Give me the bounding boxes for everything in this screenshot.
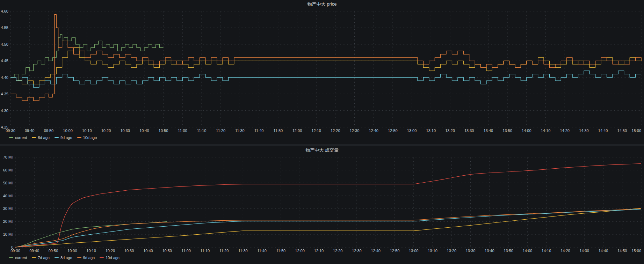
x-tick-label: 13:40	[485, 249, 494, 253]
x-tick-label: 11:40	[254, 129, 264, 133]
x-tick-label: 09:30	[10, 249, 20, 253]
x-tick-label: 14:20	[560, 249, 570, 253]
series-line-7d-ago	[15, 208, 641, 247]
y-tick-label: 60 Mil	[3, 168, 13, 172]
legend-label: 7d ago	[38, 256, 50, 260]
series-line-9d-ago	[15, 208, 641, 247]
x-tick-label: 10:50	[159, 129, 168, 133]
x-tick-label: 12:00	[295, 249, 305, 253]
x-tick-label: 12:30	[350, 129, 360, 133]
y-tick-label: 4.50	[1, 42, 8, 46]
price-legend: current8d ago9d ago10d ago	[0, 133, 644, 144]
x-tick-label: 10:40	[143, 249, 153, 253]
y-tick-label: 4.45	[1, 59, 8, 63]
x-tick-label: 14:40	[598, 129, 608, 133]
x-tick-label: 11:20	[219, 249, 229, 253]
legend-item-9d-ago[interactable]: 9d ago	[77, 256, 95, 260]
legend-item-current[interactable]: current	[9, 135, 27, 140]
legend-label: current	[15, 135, 27, 140]
x-tick-label: 15:00	[631, 129, 641, 133]
x-tick-label: 14:30	[579, 129, 589, 133]
legend-item-8d-ago[interactable]: 8d ago	[55, 256, 72, 260]
legend-series-color-icon	[32, 257, 36, 258]
series-line-10d-ago	[15, 163, 641, 247]
legend-label: 9d ago	[60, 135, 72, 140]
x-tick-label: 10:10	[82, 129, 92, 133]
legend-label: 10d ago	[106, 256, 120, 260]
x-tick-label: 11:30	[238, 249, 248, 253]
x-tick-label: 13:20	[447, 249, 457, 253]
x-tick-label: 11:50	[276, 249, 285, 253]
x-tick-label: 12:50	[388, 129, 398, 133]
x-tick-label: 10:30	[120, 129, 130, 133]
legend-label: 9d ago	[83, 256, 95, 260]
legend-series-color-icon	[77, 137, 81, 138]
legend-series-color-icon	[9, 257, 13, 258]
x-tick-label: 14:50	[617, 249, 627, 253]
legend-label: 8d ago	[38, 135, 50, 140]
axis-tick-labels: 010 Mil20 Mil30 Mil40 Mil50 Mil60 Mil70 …	[3, 155, 641, 253]
x-tick-label: 12:30	[352, 249, 362, 253]
x-tick-label: 10:50	[162, 249, 172, 253]
x-tick-label: 10:40	[139, 129, 149, 133]
x-tick-label: 11:50	[273, 129, 283, 133]
legend-label: 10d ago	[83, 135, 97, 140]
x-tick-label: 10:20	[106, 249, 115, 253]
y-tick-label: 4.30	[1, 109, 8, 113]
panel-price: 物产中大 price 4.254.304.354.404.454.504.554…	[0, 0, 644, 144]
legend-series-color-icon	[100, 257, 104, 258]
series-line-9d-ago	[10, 71, 641, 88]
legend-item-current[interactable]: current	[9, 256, 27, 260]
x-tick-label: 10:00	[63, 129, 73, 133]
legend-series-color-icon	[9, 137, 13, 138]
legend-item-10d-ago[interactable]: 10d ago	[100, 256, 120, 260]
legend-item-10d-ago[interactable]: 10d ago	[77, 135, 97, 140]
x-tick-label: 13:10	[426, 129, 436, 133]
x-tick-label: 12:10	[314, 249, 324, 253]
series-line-8d-ago	[10, 47, 641, 84]
y-tick-label: 4.35	[1, 92, 8, 96]
legend-item-9d-ago[interactable]: 9d ago	[55, 135, 72, 140]
series-lines	[15, 163, 641, 247]
x-tick-label: 11:30	[235, 129, 245, 133]
x-tick-label: 10:10	[86, 249, 96, 253]
x-tick-label: 12:00	[292, 129, 302, 133]
x-tick-label: 11:10	[200, 249, 210, 253]
x-tick-label: 12:40	[371, 249, 381, 253]
grid-lines	[10, 11, 641, 127]
x-tick-label: 11:00	[178, 129, 187, 133]
x-tick-label: 13:30	[466, 249, 476, 253]
y-tick-label: 4.40	[1, 75, 8, 80]
price-chart[interactable]: 4.254.304.354.404.454.504.554.6009:3009:…	[0, 8, 644, 133]
x-tick-label: 10:20	[101, 129, 111, 133]
x-tick-label: 12:40	[369, 129, 378, 133]
x-tick-label: 14:20	[560, 129, 570, 133]
volume-legend: current7d ago8d ago9d ago10d ago	[0, 254, 644, 264]
volume-chart[interactable]: 010 Mil20 Mil30 Mil40 Mil50 Mil60 Mil70 …	[0, 154, 644, 254]
x-tick-label: 13:50	[502, 129, 512, 133]
x-tick-label: 11:20	[216, 129, 225, 133]
x-tick-label: 12:10	[311, 129, 321, 133]
panel-volume: 物产中大 成交量 010 Mil20 Mil30 Mil40 Mil50 Mil…	[0, 146, 644, 264]
y-tick-label: 20 Mil	[3, 219, 13, 223]
legend-series-color-icon	[32, 137, 36, 138]
legend-item-8d-ago[interactable]: 8d ago	[32, 135, 50, 140]
panel-title-volume[interactable]: 物产中大 成交量	[0, 146, 644, 154]
legend-item-7d-ago[interactable]: 7d ago	[32, 256, 50, 260]
x-tick-label: 11:40	[257, 249, 267, 253]
panel-title-price[interactable]: 物产中大 price	[0, 0, 644, 8]
x-tick-label: 13:20	[445, 129, 455, 133]
x-tick-label: 14:30	[579, 249, 589, 253]
x-tick-label: 09:40	[30, 249, 39, 253]
x-tick-label: 13:10	[428, 249, 437, 253]
x-tick-label: 14:00	[523, 249, 533, 253]
y-tick-label: 70 Mil	[3, 155, 13, 159]
series-line-10d-ago	[10, 15, 641, 101]
x-tick-label: 12:20	[331, 129, 340, 133]
x-tick-label: 09:50	[44, 129, 54, 133]
x-tick-label: 13:00	[407, 129, 417, 133]
x-tick-label: 11:00	[181, 249, 191, 253]
y-tick-label: 50 Mil	[3, 181, 13, 185]
x-tick-label: 14:40	[599, 249, 608, 253]
x-tick-label: 10:00	[67, 249, 77, 253]
